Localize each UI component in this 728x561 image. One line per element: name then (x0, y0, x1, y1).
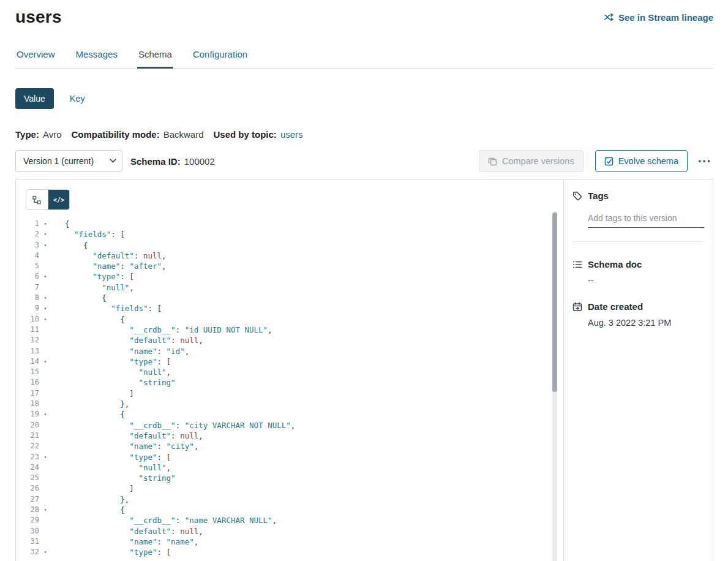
code-text: ] (51, 388, 134, 399)
fold-toggle-icon[interactable]: ▾ (39, 505, 51, 515)
code-text: "__crdb__": "city VARCHAR NOT NULL", (51, 420, 295, 431)
fold-toggle-icon[interactable]: ▾ (39, 314, 51, 325)
line-number: 20 (16, 420, 39, 431)
version-select[interactable]: Version 1 (current) (15, 150, 122, 172)
code-text: "fields": [ (51, 303, 162, 314)
fold-spacer (39, 335, 51, 345)
fold-toggle-icon[interactable]: ▾ (39, 229, 51, 239)
code-line: 6▾ "type": [ (16, 271, 563, 282)
fold-spacer (39, 367, 51, 377)
line-number: 4 (16, 250, 39, 261)
stream-lineage-link[interactable]: See in Stream lineage (604, 12, 713, 23)
editor-view-toggle: </> (26, 189, 70, 210)
line-number: 23 (16, 452, 39, 462)
editor-scrollbar-thumb[interactable] (552, 213, 557, 392)
code-text: { (51, 219, 70, 229)
line-number: 13 (16, 346, 39, 356)
tab-messages[interactable]: Messages (75, 49, 119, 68)
fold-spacer (39, 399, 51, 409)
fold-spacer (39, 388, 51, 399)
fold-spacer (39, 537, 51, 547)
code-text: { (51, 314, 125, 325)
line-number: 26 (16, 483, 39, 494)
code-text: "default": null, (51, 526, 203, 537)
tab-configuration[interactable]: Configuration (192, 49, 249, 68)
line-number: 2 (16, 229, 39, 239)
code-text: "type": [ (51, 356, 171, 367)
page-title: users (15, 7, 62, 27)
fold-toggle-icon[interactable]: ▾ (39, 356, 51, 367)
code-text: }, (51, 399, 129, 409)
code-view-button[interactable]: </> (48, 190, 69, 209)
tag-icon (572, 191, 582, 201)
code-text: { (51, 293, 107, 303)
code-line: 28▾ { (16, 505, 563, 515)
line-number: 28 (16, 505, 39, 515)
type-value: Avro (43, 129, 62, 140)
code-line: 13 "name": "id", (16, 346, 563, 356)
code-lines[interactable]: 1▾{2▾ "fields": [3▾ {4 "default": null,5… (16, 219, 563, 558)
code-text: "name": "city", (51, 441, 198, 451)
evolve-schema-button[interactable]: Evolve schema (595, 150, 688, 172)
line-number: 8 (16, 293, 39, 303)
schema-id-label: Schema ID: (130, 156, 181, 167)
code-line: 2▾ "fields": [ (16, 229, 563, 239)
fold-toggle-icon[interactable]: ▾ (39, 409, 51, 420)
code-line: 30 "default": null, (16, 526, 563, 537)
type-label: Type: (15, 129, 39, 140)
tab-schema[interactable]: Schema (137, 49, 173, 68)
key-toggle-link[interactable]: Key (70, 94, 85, 104)
fold-toggle-icon[interactable]: ▾ (39, 452, 51, 462)
line-number: 31 (16, 537, 39, 547)
code-text: { (51, 409, 125, 420)
tags-input[interactable] (588, 213, 704, 228)
code-line: 17 ] (16, 388, 563, 399)
schema-sidebar: Tags Schema doc -- Date created (563, 179, 713, 561)
tags-title: Tags (588, 190, 609, 201)
code-line: 5 "name": "after", (16, 261, 563, 271)
fold-toggle-icon[interactable]: ▾ (39, 293, 51, 303)
fold-spacer (39, 441, 51, 451)
meta-topic: Used by topic: users (214, 129, 303, 140)
line-number: 24 (16, 462, 39, 473)
line-number: 5 (16, 261, 39, 271)
code-line: 11 "__crdb__": "id UUID NOT NULL", (16, 325, 563, 335)
tree-view-button[interactable] (26, 190, 48, 209)
meta-type: Type: Avro (15, 129, 61, 140)
value-toggle-button[interactable]: Value (15, 88, 54, 109)
code-text: { (51, 505, 125, 515)
topic-link[interactable]: users (280, 129, 303, 140)
fold-toggle-icon[interactable]: ▾ (39, 240, 51, 250)
page-header: users See in Stream lineage (0, 0, 728, 27)
more-options-button[interactable]: ⋯ (696, 158, 713, 164)
schema-doc-value: -- (588, 276, 704, 285)
compatibility-value: Backward (163, 129, 204, 140)
fold-spacer (39, 261, 51, 271)
code-line: 29 "__crdb__": "name VARCHAR NULL", (16, 515, 563, 525)
line-number: 29 (16, 515, 39, 525)
code-text: "default": null, (51, 431, 203, 441)
fold-spacer (39, 377, 51, 388)
code-text: "__crdb__": "id UUID NOT NULL", (51, 325, 272, 335)
evolve-schema-icon (604, 157, 614, 166)
fold-toggle-icon[interactable]: ▾ (39, 271, 51, 282)
fold-toggle-icon[interactable]: ▾ (39, 303, 51, 314)
editor-scrollbar-track[interactable] (552, 211, 557, 561)
compare-versions-button[interactable]: Compare versions (479, 150, 584, 172)
code-line: 15 "null", (16, 367, 563, 377)
code-line: 10▾ { (16, 314, 563, 325)
line-number: 30 (16, 526, 39, 537)
line-number: 25 (16, 473, 39, 483)
fold-toggle-icon[interactable]: ▾ (39, 547, 51, 557)
code-text: "name": "id", (51, 346, 189, 356)
code-line: 14▾ "type": [ (16, 356, 563, 367)
fold-toggle-icon[interactable]: ▾ (39, 219, 51, 229)
tab-overview[interactable]: Overview (15, 49, 56, 68)
date-created-section-header: Date created (572, 301, 704, 312)
fold-spacer (39, 325, 51, 335)
code-line: 1▾{ (16, 219, 563, 229)
schema-id-value: 100002 (184, 156, 215, 167)
line-number: 3 (16, 240, 39, 250)
fold-spacer (39, 346, 51, 356)
fold-spacer (39, 462, 51, 473)
